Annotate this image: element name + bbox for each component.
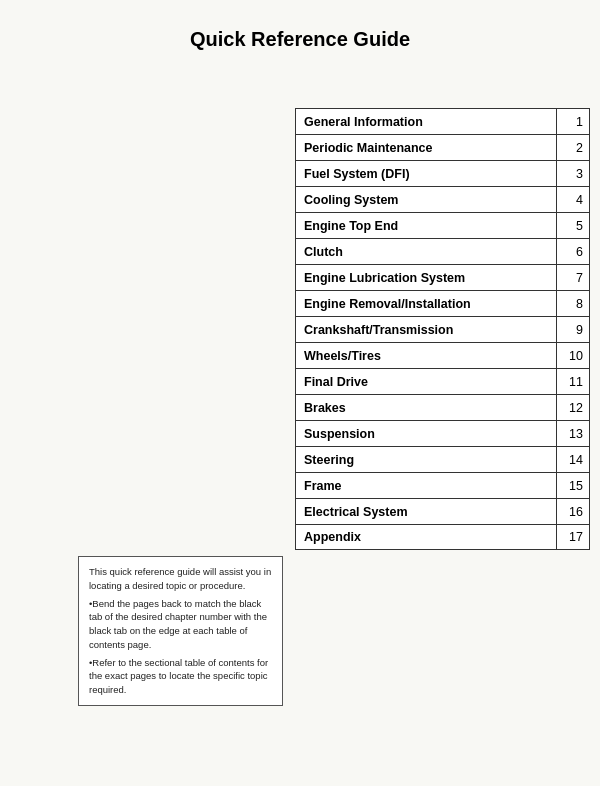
table-row[interactable]: Wheels/Tires10 bbox=[295, 342, 590, 368]
toc-item-label: Cooling System bbox=[296, 187, 557, 212]
toc-item-label: Wheels/Tires bbox=[296, 343, 557, 368]
table-row[interactable]: Engine Removal/Installation8 bbox=[295, 290, 590, 316]
toc-item-label: Engine Removal/Installation bbox=[296, 291, 557, 316]
toc-item-label: Appendix bbox=[296, 525, 557, 549]
table-row[interactable]: Crankshaft/Transmission9 bbox=[295, 316, 590, 342]
toc-item-label: General Information bbox=[296, 109, 557, 134]
toc-item-number: 6 bbox=[557, 239, 589, 264]
note-bullet-2: •Refer to the sectional table of content… bbox=[89, 656, 272, 697]
toc-item-label: Electrical System bbox=[296, 499, 557, 524]
table-row[interactable]: Frame15 bbox=[295, 472, 590, 498]
page: Quick Reference Guide General Informatio… bbox=[0, 0, 600, 786]
table-row[interactable]: Periodic Maintenance2 bbox=[295, 134, 590, 160]
table-row[interactable]: Electrical System16 bbox=[295, 498, 590, 524]
toc-item-number: 10 bbox=[557, 343, 589, 368]
toc-item-number: 8 bbox=[557, 291, 589, 316]
toc-item-number: 1 bbox=[557, 109, 589, 134]
table-row[interactable]: Appendix17 bbox=[295, 524, 590, 550]
toc-item-number: 13 bbox=[557, 421, 589, 446]
table-row[interactable]: Clutch6 bbox=[295, 238, 590, 264]
toc-item-number: 3 bbox=[557, 161, 589, 186]
table-row[interactable]: Engine Lubrication System7 bbox=[295, 264, 590, 290]
page-title: Quick Reference Guide bbox=[0, 0, 600, 69]
note-text-main: This quick reference guide will assist y… bbox=[89, 566, 271, 591]
table-row[interactable]: General Information1 bbox=[295, 108, 590, 134]
toc-item-number: 15 bbox=[557, 473, 589, 498]
toc-item-label: Frame bbox=[296, 473, 557, 498]
toc-item-number: 5 bbox=[557, 213, 589, 238]
toc-item-number: 17 bbox=[557, 525, 589, 549]
toc-item-number: 11 bbox=[557, 369, 589, 394]
toc-item-label: Clutch bbox=[296, 239, 557, 264]
toc-item-number: 7 bbox=[557, 265, 589, 290]
toc-item-label: Engine Top End bbox=[296, 213, 557, 238]
table-row[interactable]: Steering14 bbox=[295, 446, 590, 472]
table-row[interactable]: Final Drive11 bbox=[295, 368, 590, 394]
table-row[interactable]: Suspension13 bbox=[295, 420, 590, 446]
table-row[interactable]: Brakes12 bbox=[295, 394, 590, 420]
toc-item-number: 2 bbox=[557, 135, 589, 160]
toc-item-number: 16 bbox=[557, 499, 589, 524]
toc-item-label: Periodic Maintenance bbox=[296, 135, 557, 160]
toc-item-label: Crankshaft/Transmission bbox=[296, 317, 557, 342]
toc-item-number: 4 bbox=[557, 187, 589, 212]
toc-item-label: Steering bbox=[296, 447, 557, 472]
toc-item-label: Final Drive bbox=[296, 369, 557, 394]
toc-item-label: Engine Lubrication System bbox=[296, 265, 557, 290]
toc-item-number: 12 bbox=[557, 395, 589, 420]
toc-item-label: Brakes bbox=[296, 395, 557, 420]
table-of-contents: General Information1Periodic Maintenance… bbox=[295, 108, 590, 550]
toc-item-label: Fuel System (DFI) bbox=[296, 161, 557, 186]
table-row[interactable]: Fuel System (DFI)3 bbox=[295, 160, 590, 186]
toc-item-number: 9 bbox=[557, 317, 589, 342]
table-row[interactable]: Engine Top End5 bbox=[295, 212, 590, 238]
table-row[interactable]: Cooling System4 bbox=[295, 186, 590, 212]
note-bullet-1: •Bend the pages back to match the black … bbox=[89, 597, 272, 652]
toc-item-label: Suspension bbox=[296, 421, 557, 446]
toc-item-number: 14 bbox=[557, 447, 589, 472]
note-box: This quick reference guide will assist y… bbox=[78, 556, 283, 706]
